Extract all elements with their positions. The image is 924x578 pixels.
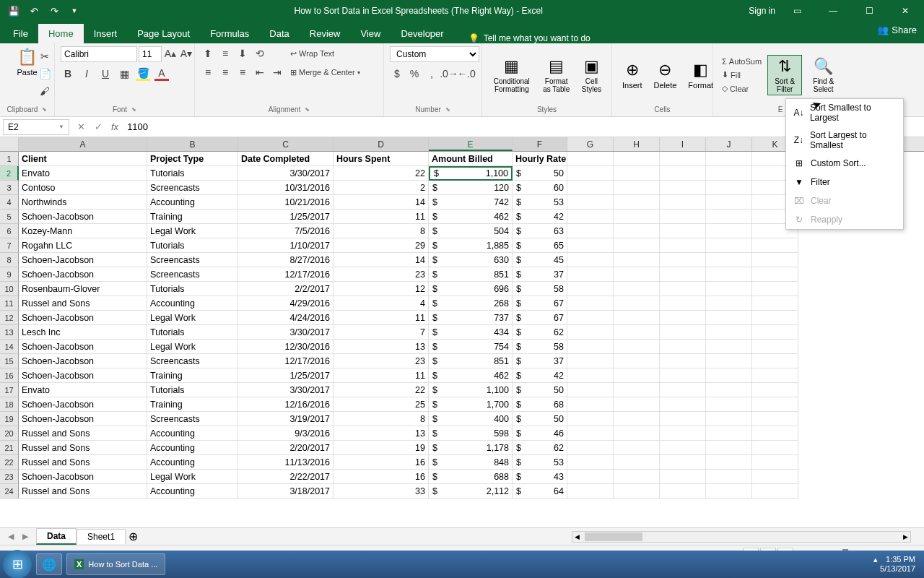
cell[interactable]: 11 [334, 311, 429, 325]
underline-icon[interactable]: U [98, 66, 113, 81]
clear-button[interactable]: ◇Clear [719, 82, 764, 95]
cell[interactable]: 12/30/2016 [238, 340, 334, 354]
cell[interactable] [567, 296, 614, 311]
cell[interactable]: $848 [429, 455, 513, 470]
cell[interactable] [752, 282, 798, 296]
cell[interactable]: $37 [513, 267, 567, 282]
cell[interactable] [567, 311, 614, 325]
cell[interactable]: 2/22/2017 [238, 470, 334, 484]
cell[interactable]: 13 [334, 426, 429, 441]
cell[interactable]: Envato [19, 383, 147, 397]
cell[interactable]: 7 [334, 325, 429, 340]
cell[interactable]: Schoen-Jacobson [19, 253, 147, 267]
cell[interactable] [567, 397, 614, 412]
horizontal-scrollbar[interactable]: ◀ ▶ [572, 531, 911, 543]
cell[interactable]: $43 [513, 470, 567, 484]
cell[interactable] [706, 368, 752, 383]
undo-icon[interactable]: ↶ [26, 3, 42, 19]
cell[interactable]: Kozey-Mann [19, 224, 147, 238]
cell-styles-button[interactable]: ▣Cell Styles [578, 56, 606, 95]
clipboard-dialog-launcher[interactable]: ⬊ [42, 106, 47, 113]
cell[interactable]: $45 [513, 253, 567, 267]
cell[interactable]: $58 [513, 340, 567, 354]
cell[interactable] [567, 412, 614, 426]
cell[interactable] [752, 383, 798, 397]
cell[interactable] [752, 253, 798, 267]
cell[interactable]: Schoen-Jacobson [19, 340, 147, 354]
cell[interactable]: $688 [429, 470, 513, 484]
number-dialog-launcher[interactable]: ⬊ [445, 106, 450, 113]
name-box[interactable]: E2▼ [3, 119, 69, 135]
row-header-24[interactable]: 24 [0, 484, 19, 499]
sheet-tab-sheet1[interactable]: Sheet1 [77, 529, 126, 544]
cell[interactable] [567, 210, 614, 224]
header-cell[interactable]: Hours Spent [334, 152, 429, 166]
cell[interactable] [706, 470, 752, 484]
filter-item[interactable]: ▼Filter [786, 173, 903, 191]
border-icon[interactable]: ▦ [117, 66, 131, 81]
cell[interactable] [567, 166, 614, 181]
font-dialog-launcher[interactable]: ⬊ [131, 106, 136, 113]
cell[interactable]: Schoen-Jacobson [19, 311, 147, 325]
cell[interactable]: Contoso [19, 181, 147, 195]
cell[interactable] [660, 238, 706, 253]
cell[interactable]: Tutorials [147, 238, 238, 253]
cell[interactable]: 3/30/2017 [238, 383, 334, 397]
minimize-icon[interactable]: — [819, 0, 847, 22]
cell[interactable] [567, 195, 614, 210]
cell[interactable] [660, 455, 706, 470]
cancel-formula-icon[interactable]: ✕ [72, 121, 90, 132]
cell[interactable] [614, 368, 660, 383]
cell[interactable]: 33 [334, 484, 429, 499]
row-header-15[interactable]: 15 [0, 354, 19, 368]
row-header-22[interactable]: 22 [0, 455, 19, 470]
cell[interactable] [706, 426, 752, 441]
comma-icon[interactable]: , [424, 66, 439, 81]
tab-page-layout[interactable]: Page Layout [127, 24, 200, 43]
cell[interactable] [706, 296, 752, 311]
cell[interactable] [614, 253, 660, 267]
redo-icon[interactable]: ↷ [46, 3, 62, 19]
cell[interactable] [567, 383, 614, 397]
cell[interactable] [614, 383, 660, 397]
cell[interactable]: Legal Work [147, 224, 238, 238]
cell[interactable]: Tutorials [147, 166, 238, 181]
cell[interactable]: Legal Work [147, 470, 238, 484]
cell[interactable] [614, 224, 660, 238]
cell[interactable]: 4/24/2016 [238, 311, 334, 325]
col-header-I[interactable]: I [660, 137, 706, 151]
cell[interactable] [614, 484, 660, 499]
cell[interactable] [614, 470, 660, 484]
hscroll-thumb[interactable] [585, 532, 642, 541]
cell[interactable] [614, 455, 660, 470]
increase-decimal-icon[interactable]: .0→ [442, 66, 456, 81]
cell[interactable]: Screencasts [147, 253, 238, 267]
cell[interactable] [567, 267, 614, 282]
sign-in-link[interactable]: Sign in [749, 6, 775, 16]
decrease-font-icon[interactable]: A▾ [179, 46, 193, 61]
cell[interactable] [752, 325, 798, 340]
cell[interactable]: $1,100 [429, 383, 513, 397]
tab-file[interactable]: File [3, 24, 38, 43]
align-left-icon[interactable]: ≡ [201, 65, 215, 79]
col-header-H[interactable]: H [614, 137, 660, 151]
cell[interactable] [706, 455, 752, 470]
row-header-3[interactable]: 3 [0, 181, 19, 195]
cell[interactable] [614, 282, 660, 296]
cell[interactable] [614, 296, 660, 311]
cell[interactable]: $63 [513, 224, 567, 238]
cell[interactable] [660, 368, 706, 383]
cell[interactable]: 2/20/2017 [238, 441, 334, 455]
tab-insert[interactable]: Insert [84, 24, 128, 43]
cell[interactable]: $268 [429, 296, 513, 311]
cell[interactable]: 12/16/2016 [238, 397, 334, 412]
cell[interactable] [660, 210, 706, 224]
font-color-icon[interactable]: A [154, 66, 169, 81]
sort-descending-item[interactable]: Z↓Sort Largest to Smallest [786, 126, 903, 154]
row-header-10[interactable]: 10 [0, 282, 19, 296]
cell[interactable]: $462 [429, 210, 513, 224]
align-center-icon[interactable]: ≡ [218, 65, 232, 79]
cell[interactable] [752, 340, 798, 354]
col-header-J[interactable]: J [706, 137, 752, 151]
col-header-A[interactable]: A [19, 137, 147, 151]
